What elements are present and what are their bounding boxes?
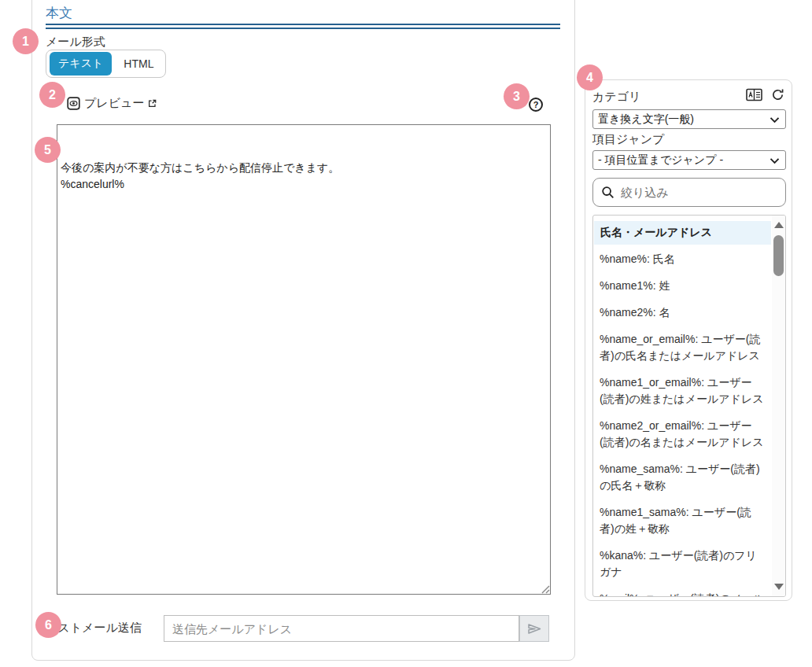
section-title: 本文	[46, 4, 72, 22]
variable-list-item[interactable]: %name1_sama%: ユーザー(読者)の姓＋敬称	[593, 498, 771, 541]
variable-list-item[interactable]: %name1%: 姓	[593, 271, 771, 298]
category-select[interactable]: 置き換え文字(一般)	[592, 109, 786, 129]
annotation-badge-3: 3	[504, 83, 530, 109]
replacement-variable-list: 氏名・メールアドレス %name%: 氏名%name1%: 姓%name2%: …	[592, 215, 786, 597]
chevron-down-icon	[770, 116, 780, 123]
search-icon	[601, 186, 615, 199]
annotation-badge-5: 5	[35, 137, 61, 163]
variable-list-item[interactable]: %name_or_email%: ユーザー(読者)の氏名またはメールアドレス	[593, 325, 771, 368]
section-title-divider	[46, 24, 560, 29]
external-link-icon	[148, 99, 157, 108]
variable-items: %name%: 氏名%name1%: 姓%name2%: 名%name_or_e…	[593, 245, 771, 597]
scroll-down-icon[interactable]	[774, 584, 784, 590]
category-selected-value: 置き換え文字(一般)	[598, 112, 694, 127]
variable-list-item[interactable]: %name_sama%: ユーザー(読者)の氏名＋敬称	[593, 455, 771, 498]
scrollbar-thumb[interactable]	[773, 235, 784, 276]
send-icon	[526, 622, 543, 636]
jump-selected-value: - 項目位置までジャンプ -	[598, 153, 723, 168]
textarea-resize-handle[interactable]	[541, 584, 550, 594]
preview-label: プレビュー	[84, 96, 144, 111]
annotation-badge-4: 4	[577, 64, 603, 90]
list-scrollbar[interactable]	[772, 216, 785, 596]
variable-list-item[interactable]: %mail%: ユーザー(読者)のメールアドレス	[593, 584, 771, 597]
variable-group-header: 氏名・メールアドレス	[594, 221, 771, 245]
jump-select[interactable]: - 項目位置までジャンプ -	[592, 150, 786, 170]
variable-list-item[interactable]: %name2%: 名	[593, 298, 771, 325]
variable-list-item[interactable]: %kana%: ユーザー(読者)のフリガナ	[593, 541, 771, 584]
preview-link[interactable]: プレビュー	[67, 96, 157, 111]
category-label: カテゴリ	[592, 90, 640, 105]
glossary-book-icon[interactable]	[746, 88, 762, 101]
preview-eye-icon	[67, 97, 80, 110]
annotation-badge-1: 1	[13, 28, 39, 54]
annotation-badge-2: 2	[39, 82, 65, 108]
variable-list-item[interactable]: %name2_or_email%: ユーザー(読者)の名またはメールアドレス	[593, 411, 771, 455]
format-text-button[interactable]: テキスト	[50, 52, 112, 76]
replacement-variables-panel: カテゴリ 置き換え文字(一般) 項目ジャンプ - 項目位置までジャンプ -	[585, 79, 792, 601]
scroll-up-icon[interactable]	[774, 222, 784, 228]
annotation-badge-6: 6	[35, 612, 61, 638]
jump-label: 項目ジャンプ	[592, 132, 664, 147]
filter-search-box	[592, 178, 786, 207]
filter-search-input[interactable]	[621, 186, 777, 199]
variable-list-item[interactable]: %name1_or_email%: ユーザー(読者)の姓またはメールアドレス	[593, 368, 771, 411]
refresh-icon[interactable]	[771, 88, 784, 101]
chevron-down-icon	[770, 157, 780, 164]
format-html-button[interactable]: HTML	[113, 53, 164, 75]
mail-format-toggle: テキスト HTML	[46, 50, 166, 78]
help-icon[interactable]: ?	[529, 98, 543, 112]
mail-body-textarea[interactable]: 今後の案内が不要な方はこちらから配信停止できます。 %cancelurl%	[57, 124, 551, 595]
variable-list-item[interactable]: %name%: 氏名	[593, 245, 771, 271]
mail-format-label: メール形式	[46, 35, 105, 50]
send-test-mail-button[interactable]	[519, 615, 549, 642]
test-mail-address-input[interactable]	[164, 615, 519, 642]
